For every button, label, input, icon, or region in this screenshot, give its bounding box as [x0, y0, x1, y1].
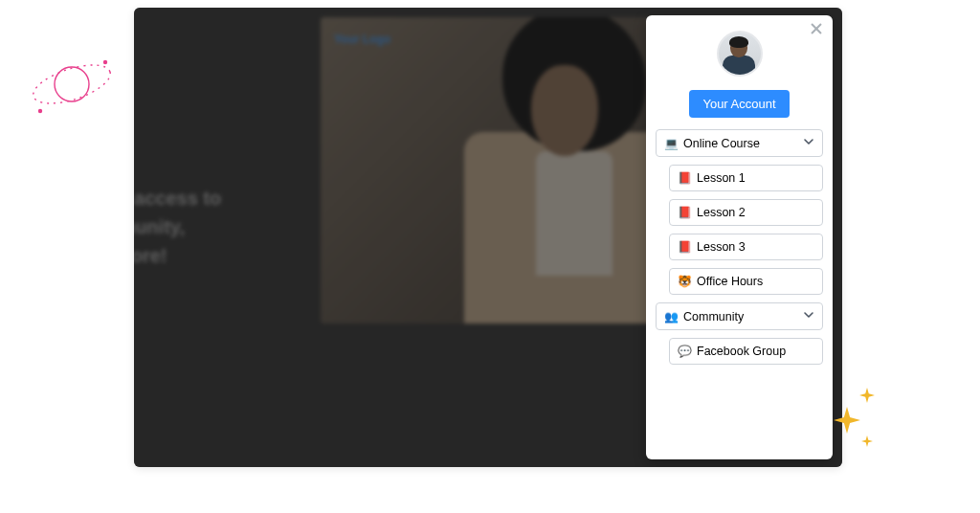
chevron-down-icon [803, 136, 814, 150]
people-icon: 👥 [664, 310, 678, 323]
lesson-label: Lesson 3 [697, 240, 746, 254]
app-preview-window: he ce y to sell access to s, community, … [134, 8, 842, 467]
group-community[interactable]: 👥 Community [656, 302, 823, 330]
close-icon[interactable] [808, 21, 825, 38]
svg-point-2 [103, 60, 107, 64]
lesson-label: Lesson 2 [697, 206, 746, 219]
tiger-icon: 🐯 [678, 275, 691, 288]
lesson-item-2[interactable]: 📕 Lesson 2 [669, 199, 823, 226]
sparkle-icon [861, 435, 873, 447]
facebook-group-item[interactable]: 💬 Facebook Group [669, 338, 823, 365]
lesson-label: Office Hours [697, 275, 763, 288]
sparkle-icon [859, 388, 875, 403]
avatar[interactable] [717, 31, 763, 77]
lesson-label: Lesson 1 [697, 171, 746, 185]
svg-point-1 [29, 57, 115, 111]
office-hours-item[interactable]: 🐯 Office Hours [669, 268, 823, 295]
community-item-label: Facebook Group [697, 345, 786, 358]
account-side-panel: Your Account 💻 Online Course 📕 Lesson 1 … [646, 15, 833, 459]
lesson-item-3[interactable]: 📕 Lesson 3 [669, 234, 823, 260]
book-icon: 📕 [678, 240, 691, 254]
svg-point-0 [55, 67, 89, 101]
chat-icon: 💬 [678, 345, 691, 358]
group-label: Online Course [683, 137, 760, 150]
chevron-down-icon [803, 309, 814, 323]
your-account-button[interactable]: Your Account [689, 90, 789, 118]
group-label: Community [683, 310, 744, 323]
book-icon: 📕 [678, 171, 691, 185]
monitor-icon: 💻 [664, 137, 678, 150]
planet-decoration [19, 29, 134, 144]
group-online-course[interactable]: 💻 Online Course [656, 129, 823, 157]
lesson-item-1[interactable]: 📕 Lesson 1 [669, 165, 823, 191]
book-icon: 📕 [678, 206, 691, 219]
svg-point-3 [38, 109, 42, 113]
